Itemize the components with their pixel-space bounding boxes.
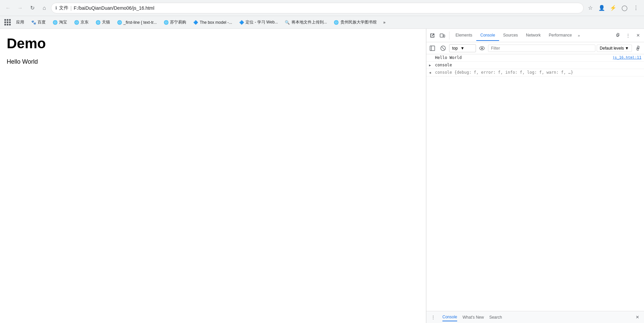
default-levels-label: Default levels (600, 46, 624, 51)
main-area: Demo Hello World (0, 29, 644, 323)
svg-line-5 (442, 47, 444, 50)
console-expand-text: console (435, 63, 641, 67)
inspect-element-button[interactable] (428, 31, 437, 40)
boxmodel-icon: 🔷 (193, 20, 198, 25)
bookmark-upload[interactable]: 🔍 将本地文件上传到... (282, 18, 330, 26)
tab-network[interactable]: Network (522, 30, 545, 41)
bookmark-jingdong-label: 京东 (80, 19, 89, 25)
baidu-icon: 🐾 (31, 20, 36, 25)
bottom-tab-whatsnew[interactable]: What's New (463, 314, 484, 321)
menu-button[interactable]: ⋮ (631, 3, 641, 13)
suning-icon: 🌐 (163, 20, 169, 25)
nav-bar: ← → ↻ ⌂ ℹ 文件 | F:/baiDuQianDuan/Demo06/j… (0, 0, 644, 16)
console-clear-button[interactable] (438, 44, 448, 53)
devtools-bottombar: ⋮ Console What's New Search ✕ (426, 311, 644, 323)
bookmark-baidu-label: 百度 (38, 19, 46, 25)
account-button[interactable]: ◯ (619, 3, 630, 13)
svg-point-7 (481, 47, 483, 49)
bookmark-yingyong-label: 应用 (16, 19, 24, 25)
bookmark-boxmodel[interactable]: 🔷 The box model -... (190, 18, 235, 26)
tab-more-button[interactable]: » (576, 31, 582, 40)
context-value: top (452, 46, 458, 51)
address-label: 文件 (59, 5, 68, 11)
info-icon: ℹ (55, 5, 57, 10)
console-row-hello: Hello World js_16.html:11 (426, 54, 644, 62)
bookmark-upload-label: 将本地文件上传到... (291, 19, 327, 25)
extension-button[interactable]: ⚡ (608, 3, 619, 13)
console-detail-text: console {debug: f, error: f, info: f, lo… (435, 70, 641, 75)
default-levels-selector[interactable]: Default levels ▼ (597, 45, 632, 52)
devtools-topbar: Elements Console Sources Network Perform… (426, 29, 644, 42)
dingwei-icon: 🔷 (239, 20, 244, 25)
console-row-hello-file[interactable]: js_16.html:11 (607, 55, 641, 60)
bookmarks-bar: 应用 🐾 百度 🌐 淘宝 🌐 京东 🌐 天猫 🌐 _first-line { t… (0, 16, 644, 29)
filter-input[interactable] (488, 45, 595, 52)
bookmark-guizhou-label: 贵州民族大学图书馆 (340, 19, 377, 25)
hello-world-text: Hello World (7, 58, 419, 65)
profile-button[interactable]: 👤 (596, 3, 607, 13)
console-detail-icon: ◀ (429, 71, 434, 74)
guizhou-icon: 🌐 (334, 20, 339, 25)
page-title: Demo (7, 36, 419, 52)
bookmark-baidu[interactable]: 🐾 百度 (28, 18, 48, 26)
levels-dropdown-icon: ▼ (625, 46, 629, 51)
bookmark-firstline[interactable]: 🌐 _first-line { text-tr... (114, 18, 159, 26)
bookmark-boxmodel-label: The box model -... (200, 20, 232, 25)
svg-point-8 (637, 48, 639, 49)
svg-rect-1 (443, 35, 445, 37)
page-content: Demo Hello World (0, 29, 426, 323)
tab-console[interactable]: Console (476, 30, 499, 41)
bookmark-taobao[interactable]: 🌐 淘宝 (50, 18, 70, 26)
tab-elements[interactable]: Elements (451, 30, 476, 41)
tab-sources[interactable]: Sources (499, 30, 522, 41)
bottom-tab-console[interactable]: Console (442, 313, 457, 321)
bottom-menu-button[interactable]: ⋮ (429, 313, 437, 321)
bookmark-suning-label: 苏宁易购 (170, 19, 186, 25)
devtools-settings-button[interactable] (613, 31, 623, 40)
bookmark-more[interactable]: » (381, 19, 388, 26)
bookmark-jingdong[interactable]: 🌐 京东 (71, 18, 91, 26)
bookmark-more-label: » (383, 20, 386, 25)
bookmark-guizhou[interactable]: 🌐 贵州民族大学图书馆 (331, 18, 379, 26)
home-button[interactable]: ⌂ (39, 3, 50, 13)
apps-button[interactable] (3, 18, 12, 27)
svg-rect-0 (440, 34, 443, 37)
tab-performance[interactable]: Performance (545, 30, 576, 41)
back-button[interactable]: ← (3, 3, 13, 13)
devtools-panel: Elements Console Sources Network Perform… (426, 29, 644, 323)
taobao-icon: 🌐 (52, 20, 58, 25)
bookmark-button[interactable]: ☆ (585, 3, 596, 13)
context-selector[interactable]: top ▼ (449, 44, 476, 52)
console-row-detail: ◀ console {debug: f, error: f, info: f, … (426, 69, 644, 76)
devtools-menu-button[interactable]: ⋮ (623, 31, 633, 40)
reload-button[interactable]: ↻ (27, 3, 38, 13)
svg-rect-2 (430, 46, 435, 51)
console-row-hello-text: Hello World (435, 55, 607, 60)
bookmark-tianmao[interactable]: 🌐 天猫 (93, 18, 113, 26)
bookmark-taobao-label: 淘宝 (59, 19, 67, 25)
firstline-icon: 🌐 (117, 20, 122, 25)
bookmark-firstline-label: _first-line { text-tr... (123, 20, 157, 25)
console-sidebar-button[interactable] (428, 44, 437, 53)
nav-right: ☆ 👤 ⚡ ◯ ⋮ (585, 3, 641, 13)
console-eye-button[interactable] (477, 44, 487, 53)
bookmark-yingyong[interactable]: 应用 (13, 18, 27, 26)
devtools-close-button[interactable]: ✕ (633, 31, 643, 40)
bookmark-dingwei[interactable]: 🔷 定位 - 学习 Web... (236, 18, 280, 26)
tianmao-icon: 🌐 (95, 20, 101, 25)
browser-chrome: ← → ↻ ⌂ ℹ 文件 | F:/baiDuQianDuan/Demo06/j… (0, 0, 644, 323)
devtools-console-bar: top ▼ Default levels ▼ (426, 42, 644, 54)
devtools-separator (449, 31, 449, 40)
bottom-close-button[interactable]: ✕ (633, 313, 641, 321)
bookmark-tianmao-label: 天猫 (102, 19, 110, 25)
bottom-tab-search[interactable]: Search (489, 314, 502, 321)
console-settings-button[interactable] (633, 44, 643, 53)
address-bar[interactable]: ℹ 文件 | F:/baiDuQianDuan/Demo06/js_16.htm… (51, 3, 584, 13)
devtools-console-body: Hello World js_16.html:11 ▶ console ◀ co… (426, 54, 644, 311)
bookmark-dingwei-label: 定位 - 学习 Web... (246, 19, 278, 25)
forward-button[interactable]: → (15, 3, 25, 13)
upload-icon: 🔍 (285, 20, 290, 25)
device-toolbar-button[interactable] (438, 31, 447, 40)
bookmark-suning[interactable]: 🌐 苏宁易购 (161, 18, 189, 26)
expand-icon[interactable]: ▶ (429, 63, 434, 67)
